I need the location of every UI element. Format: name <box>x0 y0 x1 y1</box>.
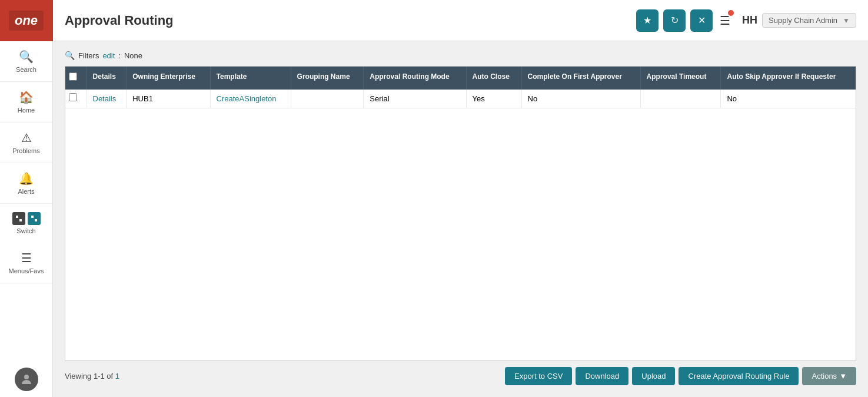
bottom-bar: Viewing 1-1 of 1 Export to CSV Download … <box>65 361 856 388</box>
cell-complete-on-first-approver: No <box>521 90 640 108</box>
refresh-button[interactable]: ↻ <box>663 9 686 32</box>
close-button[interactable]: ✕ <box>690 9 713 32</box>
app-logo[interactable]: one <box>0 0 53 41</box>
switch-icon-left <box>12 212 25 225</box>
search-icon: 🔍 <box>19 49 34 64</box>
header-right: ★ ↻ ✕ ☰ HH Supply Chain Admin ▼ <box>636 9 856 32</box>
left-nav: one 🔍 Search 🏠 Home ⚠ Problems 🔔 Alerts … <box>0 0 53 397</box>
problems-icon: ⚠ <box>21 131 32 145</box>
table-container: Details Owning Enterprise Template Group… <box>65 66 856 361</box>
actions-button[interactable]: Actions ▼ <box>802 367 856 385</box>
col-header-complete-on-first-approver: Complete On First Approver <box>521 67 640 90</box>
sidebar-item-label-home: Home <box>18 107 35 114</box>
col-header-approval-routing-mode: Approval Routing Mode <box>364 67 466 90</box>
sidebar-item-label-alerts: Alerts <box>18 188 34 195</box>
user-role-label: Supply Chain Admin <box>769 16 843 25</box>
nav-bottom <box>15 368 38 397</box>
notification-badge <box>727 9 735 17</box>
export-csv-button[interactable]: Export to CSV <box>505 367 572 385</box>
page-body: 🔍 Filters edit : None Details <box>53 41 868 397</box>
svg-rect-1 <box>19 219 22 221</box>
sidebar-item-label-switch: Switch <box>16 227 35 234</box>
header-checkbox-cell <box>65 67 87 90</box>
main-content: Approval Routing ★ ↻ ✕ ☰ HH Supply Chain… <box>53 0 868 397</box>
cell-owning-enterprise: HUB1 <box>127 90 210 108</box>
favorite-button[interactable]: ★ <box>636 9 659 32</box>
col-header-owning-enterprise: Owning Enterprise <box>127 67 210 90</box>
row-checkbox-cell <box>65 90 87 108</box>
table-body: Details HUB1 CreateASingleton Serial Yes… <box>65 90 856 108</box>
filter-bar: 🔍 Filters edit : None <box>65 51 856 60</box>
col-header-auto-skip: Auto Skip Approver If Requester <box>721 67 856 90</box>
col-header-auto-close: Auto Close <box>466 67 521 90</box>
home-icon: 🏠 <box>19 90 34 104</box>
svg-rect-2 <box>31 216 34 218</box>
action-buttons: Export to CSV Download Upload Create App… <box>505 367 856 385</box>
cell-approval-routing-mode: Serial <box>364 90 466 108</box>
create-approval-routing-rule-button[interactable]: Create Approval Routing Rule <box>679 367 799 385</box>
sidebar-item-switch[interactable]: Switch <box>0 204 52 243</box>
col-header-template: Template <box>210 67 291 90</box>
sidebar-item-label-search: Search <box>16 66 36 73</box>
viewing-info: Viewing 1-1 of 1 <box>65 372 119 381</box>
approval-routing-table: Details Owning Enterprise Template Group… <box>65 67 856 108</box>
template-link[interactable]: CreateASingleton <box>217 94 277 103</box>
svg-rect-0 <box>16 216 18 218</box>
dropdown-arrow-icon: ▼ <box>843 16 850 25</box>
svg-point-4 <box>24 375 29 379</box>
viewing-count-link[interactable]: 1 <box>115 372 119 381</box>
switch-icons <box>12 212 41 225</box>
col-header-grouping-name: Grouping Name <box>291 67 364 90</box>
user-initials: HH <box>742 14 757 27</box>
filters-separator: : <box>118 51 121 60</box>
user-role-dropdown[interactable]: Supply Chain Admin ▼ <box>762 13 856 28</box>
sidebar-item-search[interactable]: 🔍 Search <box>0 41 52 82</box>
cell-auto-close: Yes <box>466 90 521 108</box>
logo-text: one <box>9 11 44 31</box>
download-button[interactable]: Download <box>576 367 628 385</box>
svg-rect-3 <box>35 219 37 221</box>
details-link[interactable]: Details <box>93 94 117 103</box>
col-header-approval-timeout: Approval Timeout <box>640 67 721 90</box>
sidebar-item-label-menus: Menus/Favs <box>9 267 44 274</box>
row-checkbox[interactable] <box>69 93 77 101</box>
top-header: Approval Routing ★ ↻ ✕ ☰ HH Supply Chain… <box>53 0 868 41</box>
cell-approval-timeout <box>640 90 721 108</box>
cell-details: Details <box>87 90 127 108</box>
table-row: Details HUB1 CreateASingleton Serial Yes… <box>65 90 856 108</box>
user-avatar[interactable] <box>15 368 38 391</box>
col-header-details: Details <box>87 67 127 90</box>
page-title: Approval Routing <box>65 13 174 28</box>
sidebar-item-alerts[interactable]: 🔔 Alerts <box>0 163 52 204</box>
sidebar-item-label-problems: Problems <box>12 147 39 154</box>
select-all-checkbox[interactable] <box>69 72 77 81</box>
sidebar-item-problems[interactable]: ⚠ Problems <box>0 123 52 163</box>
cell-grouping-name <box>291 90 364 108</box>
menu-icon: ☰ <box>21 251 32 265</box>
actions-label: Actions <box>812 372 837 381</box>
filters-edit-link[interactable]: edit <box>102 51 115 60</box>
alerts-icon: 🔔 <box>19 171 34 186</box>
viewing-label: Viewing 1-1 of <box>65 372 115 381</box>
sidebar-item-home[interactable]: 🏠 Home <box>0 82 52 123</box>
sidebar-item-menus-favs[interactable]: ☰ Menus/Favs <box>0 243 52 283</box>
upload-button[interactable]: Upload <box>632 367 675 385</box>
filter-search-icon: 🔍 <box>65 51 75 60</box>
actions-dropdown-icon: ▼ <box>839 372 847 381</box>
filters-value: None <box>124 51 142 60</box>
cell-auto-skip: No <box>721 90 856 108</box>
switch-icon-right <box>28 212 41 225</box>
table-header-row: Details Owning Enterprise Template Group… <box>65 67 856 90</box>
filters-label: Filters <box>78 51 99 60</box>
cell-template: CreateASingleton <box>210 90 291 108</box>
